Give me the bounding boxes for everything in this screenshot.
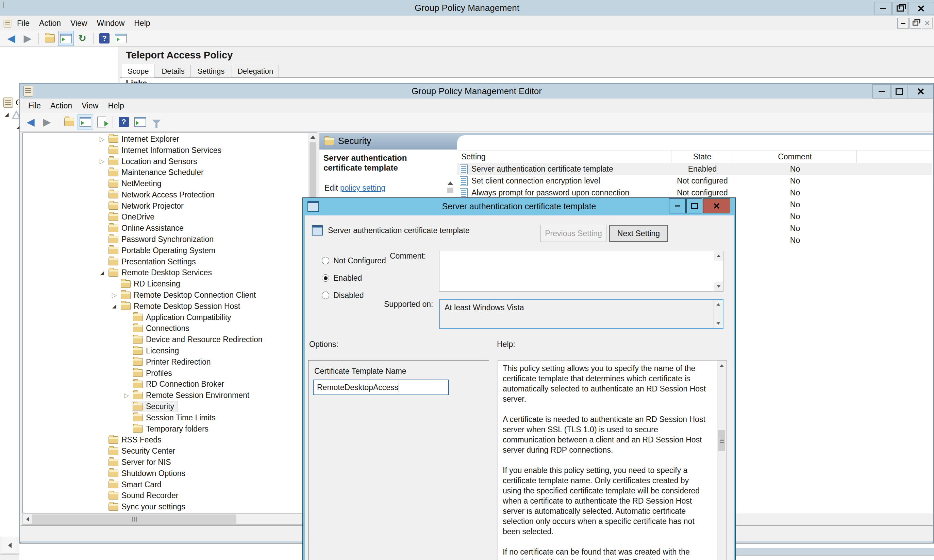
menu-item[interactable]: File — [12, 19, 34, 28]
tab[interactable]: Scope — [122, 64, 154, 77]
scroll-down-button[interactable] — [714, 319, 723, 328]
scrollbar-thumb[interactable] — [447, 188, 453, 193]
tree-item[interactable]: Printer Redirection — [23, 357, 309, 368]
expander-icon[interactable] — [97, 270, 107, 276]
settings-row[interactable]: Always prompt for password upon connecti… — [457, 187, 932, 199]
radio-option[interactable]: Not Configured — [322, 256, 386, 265]
scroll-down-button[interactable] — [714, 282, 723, 291]
radio-icon[interactable] — [322, 274, 329, 282]
tree-item[interactable]: Remote Desktop Services — [23, 268, 309, 278]
tree-item[interactable]: Sync your settings — [23, 501, 309, 512]
up-one-level-button[interactable] — [61, 114, 77, 129]
tree-item[interactable]: Maintenance Scheduler — [23, 167, 309, 178]
tree-item[interactable]: Device and Resource Redirection — [23, 334, 309, 345]
menu-item[interactable]: Help — [129, 19, 155, 28]
scroll-down-button[interactable] — [717, 556, 726, 560]
tree-item[interactable]: Presentation Settings — [23, 256, 309, 268]
tree-item[interactable]: Profiles — [23, 368, 309, 379]
expander-icon[interactable] — [109, 303, 119, 309]
scroll-up-button[interactable] — [309, 133, 316, 142]
tree-item[interactable]: Security — [23, 401, 309, 412]
tree-item[interactable]: RD Licensing — [23, 278, 309, 289]
menu-item[interactable]: Action — [46, 101, 77, 111]
radio-option[interactable]: Enabled — [322, 274, 386, 282]
mdi-close-button[interactable] — [922, 18, 932, 29]
tree-item[interactable]: Application Compatibility — [23, 312, 309, 323]
tree-item[interactable]: Temporary folders — [23, 423, 309, 435]
tree-item[interactable]: Remote Desktop Session Host — [23, 301, 309, 312]
help-scrollbar[interactable] — [717, 360, 727, 560]
menu-item[interactable]: Help — [103, 101, 128, 111]
tree-item[interactable]: Online Assistance — [23, 223, 309, 234]
expander-icon[interactable] — [122, 391, 132, 399]
expander-icon[interactable]: ◢ — [5, 111, 9, 118]
expander-icon[interactable] — [109, 291, 119, 299]
menu-item[interactable]: Window — [92, 19, 129, 28]
refresh-button[interactable]: ↻ — [74, 31, 90, 46]
supported-on-box[interactable]: At least Windows Vista — [439, 299, 724, 329]
back-button[interactable]: ◀ — [23, 114, 39, 129]
tree-item[interactable]: Server for NIS — [23, 457, 309, 468]
export-list-button[interactable] — [94, 114, 110, 129]
main-minimize-button[interactable] — [874, 2, 892, 15]
gpme-minimize-button[interactable] — [872, 84, 891, 98]
tree-horizontal-scrollbar[interactable] — [22, 514, 317, 525]
supported-scrollbar[interactable] — [713, 300, 723, 328]
expander-icon[interactable] — [97, 135, 107, 143]
dialog-minimize-button[interactable] — [669, 198, 686, 214]
tree-item[interactable]: Internet Explorer — [23, 134, 309, 145]
scroll-up-button[interactable] — [717, 360, 726, 371]
menu-item[interactable]: View — [77, 101, 103, 111]
dialog-maximize-button[interactable] — [686, 198, 702, 214]
filter-button[interactable] — [149, 114, 164, 129]
certificate-template-name-input[interactable]: RemoteDesktopAccess — [313, 380, 449, 395]
help-button[interactable]: ? — [116, 114, 132, 129]
tree-item[interactable]: Connections — [23, 323, 309, 334]
settings-row[interactable]: Set client connection encryption level N… — [457, 175, 932, 187]
tree-item[interactable]: Sound Recorder — [23, 490, 309, 502]
menu-item[interactable]: View — [66, 19, 92, 28]
radio-icon[interactable] — [322, 257, 329, 265]
show-hide-console-tree-button[interactable] — [77, 114, 93, 129]
policy-setting-link[interactable]: policy setting — [340, 183, 385, 192]
tree-item[interactable]: Smart Card — [23, 479, 309, 490]
show-action-pane-button[interactable] — [113, 31, 128, 46]
tree-item[interactable]: Session Time Limits — [23, 412, 309, 423]
tree-item[interactable]: NetMeeting — [23, 178, 309, 189]
main-close-button[interactable] — [908, 2, 934, 15]
tree-item[interactable]: Security Center — [23, 446, 309, 457]
tree-item[interactable]: Location and Sensors — [23, 156, 309, 167]
show-action-pane-button[interactable] — [132, 114, 148, 129]
main-scroll-left-button[interactable] — [3, 537, 17, 554]
tree-item[interactable]: Shutdown Options — [23, 468, 309, 479]
back-button[interactable]: ◀ — [3, 31, 19, 46]
tree-item[interactable]: Portable Operating System — [23, 245, 309, 256]
tree-item[interactable]: RD Connection Broker — [23, 379, 309, 390]
tree-item[interactable]: Licensing — [23, 345, 309, 357]
column-header-setting[interactable]: Setting — [457, 150, 672, 163]
tree-item[interactable]: OneDrive — [23, 212, 309, 223]
column-header-state[interactable]: State — [672, 150, 733, 163]
tree-item[interactable]: Remote Session Environment — [23, 390, 309, 401]
menu-item[interactable]: File — [23, 101, 46, 111]
previous-setting-button[interactable]: Previous Setting — [540, 225, 607, 242]
main-restore-button[interactable] — [892, 2, 908, 15]
up-one-level-button[interactable] — [42, 31, 57, 46]
tree-item[interactable]: Remote Desktop Connection Client — [23, 289, 309, 301]
column-header-comment[interactable]: Comment — [733, 150, 857, 163]
tab[interactable]: Delegation — [232, 65, 279, 77]
forward-button[interactable]: ▶ — [39, 114, 55, 129]
tree-item[interactable]: Network Projector — [23, 200, 309, 212]
tree-item[interactable]: Internet Information Services — [23, 145, 309, 156]
tab[interactable]: Settings — [192, 65, 231, 77]
help-button[interactable]: ? — [97, 31, 112, 46]
tab[interactable]: Details — [156, 65, 190, 77]
settings-row[interactable]: Server authentication certificate templa… — [457, 163, 932, 175]
menu-item[interactable]: Action — [34, 19, 66, 28]
show-hide-console-tree-button[interactable] — [58, 31, 74, 46]
scrollbar-thumb[interactable] — [32, 514, 236, 524]
scrollbar-thumb[interactable] — [718, 430, 725, 451]
radio-icon[interactable] — [322, 292, 329, 299]
comment-textarea[interactable] — [439, 251, 724, 292]
scroll-up-button[interactable] — [714, 300, 723, 309]
